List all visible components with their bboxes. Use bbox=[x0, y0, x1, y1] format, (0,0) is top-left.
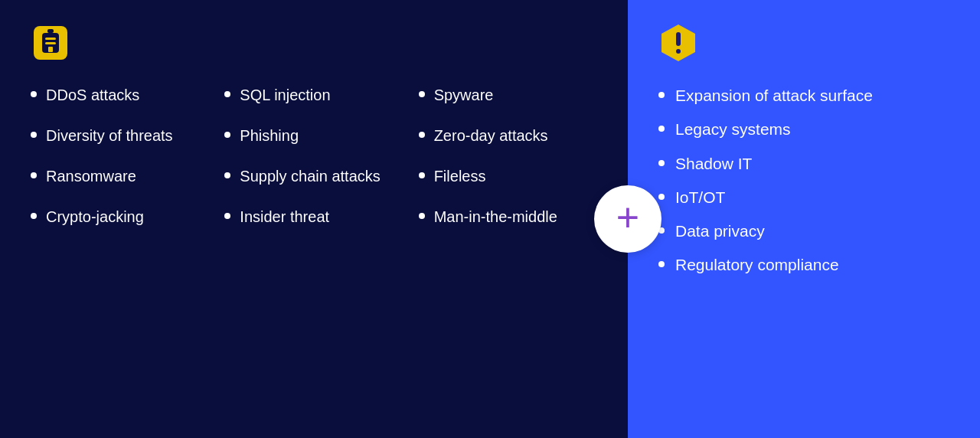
bullet-dot bbox=[31, 172, 37, 178]
bullet-dot bbox=[658, 261, 665, 267]
col-1: DDoS attacksDiversity of threatsRansomwa… bbox=[31, 86, 209, 227]
item-label: IoT/OT bbox=[675, 188, 725, 208]
item-label: Crypto-jacking bbox=[46, 208, 144, 227]
bullet-dot bbox=[224, 172, 230, 178]
item-label: Phishing bbox=[240, 126, 299, 145]
svg-rect-10 bbox=[37, 46, 42, 48]
hexagon-icon bbox=[658, 23, 698, 63]
item-label: Shadow IT bbox=[675, 154, 752, 174]
bullet-dot bbox=[419, 172, 425, 178]
item-label: SQL injection bbox=[240, 86, 330, 105]
svg-rect-8 bbox=[37, 41, 42, 43]
list-item: Crypto-jacking bbox=[31, 208, 209, 227]
svg-rect-1 bbox=[47, 29, 54, 33]
item-label: Diversity of threats bbox=[46, 126, 173, 145]
svg-rect-6 bbox=[37, 35, 42, 38]
col-3: SpywareZero-day attacksFilelessMan-in-th… bbox=[419, 86, 597, 227]
bullet-dot bbox=[31, 132, 37, 138]
right-list-item: Regulatory compliance bbox=[658, 255, 949, 275]
left-panel: DDoS attacksDiversity of threatsRansomwa… bbox=[0, 0, 628, 438]
item-label: Insider threat bbox=[240, 208, 329, 227]
bullet-dot bbox=[658, 160, 665, 166]
item-label: Fileless bbox=[434, 167, 486, 186]
item-label: Man-in-the-middle bbox=[434, 208, 557, 227]
list-item: Diversity of threats bbox=[31, 126, 209, 145]
item-label: Zero-day attacks bbox=[434, 126, 548, 145]
list-item: Spyware bbox=[419, 86, 597, 105]
list-item: Insider threat bbox=[224, 208, 403, 227]
item-label: DDoS attacks bbox=[46, 86, 139, 105]
svg-rect-4 bbox=[45, 42, 56, 44]
item-label: Data privacy bbox=[675, 221, 765, 241]
right-list-item: Legacy systems bbox=[658, 119, 949, 139]
item-label: Legacy systems bbox=[675, 119, 791, 139]
right-list-item: Expansion of attack surface bbox=[658, 86, 949, 106]
bullet-dot bbox=[658, 92, 665, 98]
plus-button[interactable]: + bbox=[594, 185, 662, 253]
list-item: Fileless bbox=[419, 167, 597, 186]
svg-rect-11 bbox=[59, 46, 64, 48]
right-list-item: Shadow IT bbox=[658, 154, 949, 174]
bullet-dot bbox=[31, 213, 37, 219]
list-item: Zero-day attacks bbox=[419, 126, 597, 145]
bullet-dot bbox=[224, 132, 230, 138]
right-panel: Expansion of attack surfaceLegacy system… bbox=[628, 0, 980, 438]
left-header bbox=[31, 23, 597, 63]
bullet-dot bbox=[31, 91, 37, 97]
right-header bbox=[658, 23, 949, 63]
bullet-dot bbox=[658, 194, 665, 200]
list-item: DDoS attacks bbox=[31, 86, 209, 105]
bullet-dot bbox=[658, 126, 665, 132]
svg-rect-14 bbox=[676, 49, 681, 54]
bullet-dot bbox=[419, 91, 425, 97]
item-label: Regulatory compliance bbox=[675, 255, 839, 275]
list-item: Man-in-the-middle bbox=[419, 208, 597, 227]
svg-rect-9 bbox=[59, 41, 64, 43]
svg-rect-3 bbox=[45, 38, 56, 40]
list-item: SQL injection bbox=[224, 86, 403, 105]
svg-rect-7 bbox=[59, 35, 64, 38]
list-item: Supply chain attacks bbox=[224, 167, 403, 186]
right-list-item: Data privacy bbox=[658, 221, 949, 241]
bullet-dot bbox=[224, 213, 230, 219]
right-list-item: IoT/OT bbox=[658, 188, 949, 208]
col-2: SQL injectionPhishingSupply chain attack… bbox=[224, 86, 403, 227]
svg-rect-5 bbox=[48, 47, 53, 52]
list-item: Ransomware bbox=[31, 167, 209, 186]
list-item: Phishing bbox=[224, 126, 403, 145]
bullet-dot bbox=[419, 213, 425, 219]
svg-rect-13 bbox=[676, 32, 681, 46]
bullet-dot bbox=[224, 91, 230, 97]
item-label: Ransomware bbox=[46, 167, 136, 186]
plus-icon: + bbox=[616, 198, 639, 237]
item-label: Expansion of attack surface bbox=[675, 86, 873, 106]
emerging-threats-list: Expansion of attack surfaceLegacy system… bbox=[658, 86, 949, 276]
bullet-dot bbox=[419, 132, 425, 138]
current-threats-grid: DDoS attacksDiversity of threatsRansomwa… bbox=[31, 86, 597, 227]
item-label: Spyware bbox=[434, 86, 494, 105]
item-label: Supply chain attacks bbox=[240, 167, 380, 186]
bug-icon bbox=[31, 23, 70, 63]
